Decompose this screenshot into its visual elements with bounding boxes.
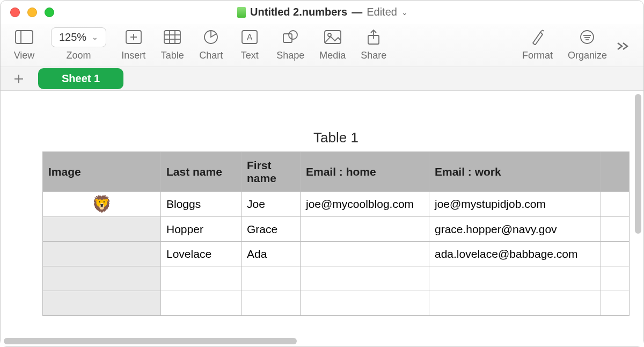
organize-icon [580, 27, 595, 47]
chart-button[interactable]: Chart [192, 27, 230, 61]
col-header-last-name[interactable]: Last name [161, 152, 241, 192]
table-row: 🦁 Bloggs Joe joe@mycoolblog.com joe@myst… [43, 192, 630, 217]
add-sheet-button[interactable] [6, 69, 32, 89]
media-button[interactable]: Media [312, 27, 353, 61]
minimize-window-button[interactable] [27, 8, 37, 17]
numbers-doc-icon [237, 7, 246, 18]
format-button[interactable]: Format [515, 27, 560, 61]
shape-icon [282, 27, 298, 47]
table-icon [164, 27, 181, 47]
cell-email-home[interactable]: joe@mycoolblog.com [301, 192, 429, 217]
cell-last-name[interactable]: Hopper [161, 217, 241, 242]
svg-text:A: A [247, 33, 253, 42]
toolbar-overflow-button[interactable] [614, 41, 639, 54]
svg-rect-5 [164, 31, 180, 44]
cell-first-name[interactable] [241, 266, 301, 291]
data-table: Image Last name First name Email : home … [42, 151, 630, 316]
cell-email-work[interactable] [429, 291, 601, 316]
media-label: Media [319, 50, 346, 61]
cell-first-name[interactable]: Joe [241, 192, 301, 217]
shape-label: Shape [276, 50, 304, 61]
app-window: Untitled 2.numbers — Edited ⌄ View 125% … [0, 0, 644, 347]
cell-email-home[interactable] [301, 266, 429, 291]
document-edited-status: Edited [367, 6, 397, 18]
cell-image[interactable] [43, 217, 161, 242]
cell-last-name[interactable] [161, 291, 241, 316]
cell-email-work[interactable] [429, 266, 601, 291]
svg-rect-15 [325, 31, 341, 44]
cell-first-name[interactable]: Ada [241, 242, 301, 266]
cell-first-name[interactable]: Grace [241, 217, 301, 242]
cell-email-home[interactable] [301, 217, 429, 242]
col-header-image[interactable]: Image [43, 152, 161, 192]
cell-image[interactable] [43, 242, 161, 266]
share-button[interactable]: Share [353, 27, 394, 61]
cell-last-name[interactable] [161, 266, 241, 291]
cell-first-name[interactable] [241, 291, 301, 316]
cell-last-name[interactable]: Lovelace [161, 242, 241, 266]
cell-extra[interactable] [601, 242, 630, 266]
sheet-tab-bar: Sheet 1 [1, 67, 643, 91]
cell-email-work[interactable]: joe@mystupidjob.com [429, 192, 601, 217]
cell-last-name[interactable]: Bloggs [161, 192, 241, 217]
cell-email-home[interactable] [301, 291, 429, 316]
chevron-down-icon: ⌄ [401, 8, 408, 17]
horizontal-scrollbar-track[interactable] [4, 338, 640, 344]
horizontal-scrollbar-thumb[interactable] [4, 338, 297, 344]
titlebar: Untitled 2.numbers — Edited ⌄ [1, 1, 643, 24]
cell-extra[interactable] [601, 266, 630, 291]
insert-button[interactable]: Insert [114, 27, 153, 61]
table-button[interactable]: Table [153, 27, 192, 61]
cell-extra[interactable] [601, 192, 630, 217]
col-header-extra[interactable] [601, 152, 630, 192]
table-title[interactable]: Table 1 [42, 129, 630, 146]
view-label: View [14, 50, 35, 61]
table-row: Hopper Grace grace.hopper@navy.gov [43, 217, 630, 242]
col-header-email-work[interactable]: Email : work [429, 152, 601, 192]
view-button[interactable]: View [5, 27, 43, 61]
col-header-email-home[interactable]: Email : home [301, 152, 429, 192]
document-title[interactable]: Untitled 2.numbers — Edited ⌄ [54, 6, 591, 18]
text-button[interactable]: A Text [230, 27, 269, 61]
cell-email-home[interactable] [301, 242, 429, 266]
vertical-scrollbar[interactable] [635, 94, 641, 234]
text-label: Text [241, 50, 259, 61]
cell-image[interactable] [43, 291, 161, 316]
zoom-select[interactable]: 125% ⌄ [51, 27, 106, 47]
zoom-control[interactable]: 125% ⌄ Zoom [43, 27, 114, 61]
chevron-down-icon: ⌄ [92, 33, 98, 41]
col-header-first-name[interactable]: First name [241, 152, 301, 192]
sheet-tab-active[interactable]: Sheet 1 [38, 68, 123, 89]
close-window-button[interactable] [10, 8, 20, 17]
zoom-window-button[interactable] [45, 8, 54, 17]
shape-button[interactable]: Shape [269, 27, 312, 61]
table-row [43, 291, 630, 316]
insert-icon [126, 27, 142, 47]
svg-point-14 [289, 31, 297, 39]
text-icon: A [241, 27, 258, 47]
cell-extra[interactable] [601, 291, 630, 316]
cell-image[interactable] [43, 266, 161, 291]
avatar-emoji: 🦁 [92, 195, 112, 213]
cell-image[interactable]: 🦁 [43, 192, 161, 217]
cell-email-work[interactable]: grace.hopper@navy.gov [429, 217, 601, 242]
format-icon [530, 27, 545, 47]
organize-button[interactable]: Organize [560, 27, 614, 61]
organize-label: Organize [568, 50, 607, 61]
table-row [43, 266, 630, 291]
table-header-row: Image Last name First name Email : home … [43, 152, 630, 192]
format-label: Format [522, 50, 553, 61]
table-label: Table [161, 50, 184, 61]
cell-email-work[interactable]: ada.lovelace@babbage.com [429, 242, 601, 266]
media-icon [324, 27, 341, 47]
document-filename: Untitled 2.numbers [250, 6, 347, 18]
table-row: Lovelace Ada ada.lovelace@babbage.com [43, 242, 630, 266]
svg-point-19 [581, 31, 594, 44]
chart-icon [203, 27, 218, 47]
cell-extra[interactable] [601, 217, 630, 242]
svg-rect-0 [16, 31, 33, 44]
zoom-value: 125% [59, 31, 86, 44]
spreadsheet-canvas[interactable]: Table 1 Image Last name First name Email… [1, 91, 643, 346]
sheet-tab-label: Sheet 1 [62, 73, 100, 84]
window-controls [10, 8, 54, 17]
